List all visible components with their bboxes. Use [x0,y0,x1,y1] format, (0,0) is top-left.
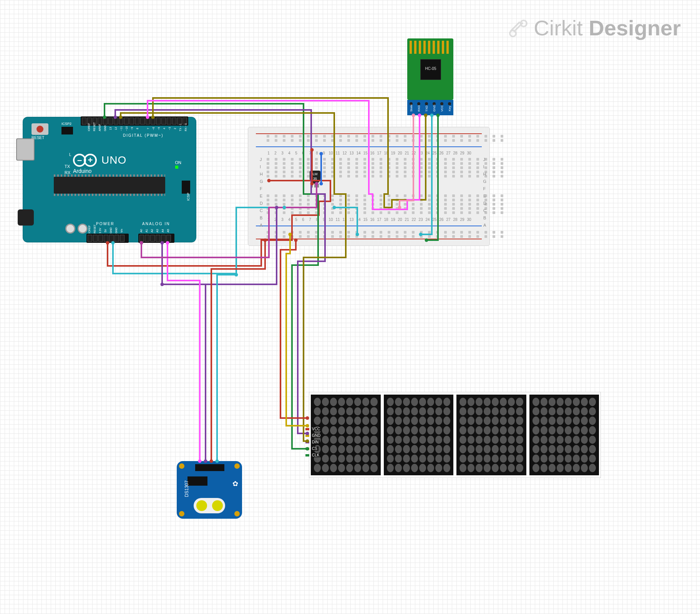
arduino-pin-~9[interactable] [129,118,134,124]
arduino-pin-RESET[interactable] [93,235,98,242]
breadboard-hole[interactable] [468,194,471,197]
breadboard-hole[interactable] [275,207,277,210]
breadboard-hole[interactable] [452,139,455,142]
breadboard-hole[interactable] [331,139,334,142]
breadboard-hole[interactable] [355,135,358,138]
breadboard-hole[interactable] [428,139,431,142]
breadboard-hole[interactable] [476,199,479,201]
breadboard-hole[interactable] [347,162,350,165]
arduino-pin-GND[interactable] [109,235,114,242]
breadboard-hole[interactable] [380,175,382,178]
breadboard-hole[interactable] [291,139,294,142]
breadboard-hole[interactable] [452,199,455,201]
breadboard-hole[interactable] [436,139,439,142]
breadboard-hole[interactable] [323,171,326,173]
breadboard-hole[interactable] [380,139,382,142]
arduino-pin-13[interactable] [108,118,113,124]
breadboard-hole[interactable] [372,139,374,142]
matrix-pin-cs[interactable]: CS [305,446,322,451]
breadboard-hole[interactable] [347,158,350,161]
breadboard-hole[interactable] [388,158,390,161]
breadboard-hole[interactable] [275,203,277,206]
breadboard-hole[interactable] [388,171,390,173]
breadboard-hole[interactable] [363,171,366,173]
breadboard-hole[interactable] [388,199,390,201]
breadboard-hole[interactable] [420,231,423,234]
breadboard-hole[interactable] [323,231,326,234]
breadboard-hole[interactable] [372,194,374,197]
breadboard-hole[interactable] [404,135,406,138]
breadboard-hole[interactable] [468,231,471,234]
breadboard-hole[interactable] [339,207,342,210]
breadboard-hole[interactable] [331,199,334,201]
breadboard-hole[interactable] [372,235,374,238]
breadboard-hole[interactable] [460,231,463,234]
breadboard-hole[interactable] [476,231,479,234]
breadboard-hole[interactable] [283,166,285,169]
breadboard-hole[interactable] [347,194,350,197]
breadboard-hole[interactable] [323,175,326,178]
breadboard-hole[interactable] [299,235,302,238]
arduino-power-header[interactable] [86,234,129,243]
breadboard-hole[interactable] [339,158,342,161]
breadboard-hole[interactable] [460,203,463,206]
breadboard-hole[interactable] [444,139,447,142]
breadboard-hole[interactable] [339,203,342,206]
breadboard-hole[interactable] [501,211,503,214]
breadboard-hole[interactable] [388,207,390,210]
breadboard-hole[interactable] [404,166,406,169]
breadboard-hole[interactable] [412,199,415,201]
breadboard-hole[interactable] [307,175,310,178]
breadboard-hole[interactable] [388,162,390,165]
breadboard-hole[interactable] [476,158,479,161]
breadboard-hole[interactable] [396,231,398,234]
breadboard-hole[interactable] [307,194,310,197]
breadboard-hole[interactable] [372,166,374,169]
breadboard-hole[interactable] [267,231,269,234]
breadboard-hole[interactable] [323,162,326,165]
breadboard-hole[interactable] [420,166,423,169]
breadboard-hole[interactable] [412,135,415,138]
breadboard-hole[interactable] [412,231,415,234]
breadboard-hole[interactable] [331,203,334,206]
breadboard-hole[interactable] [396,194,398,197]
breadboard-hole[interactable] [468,135,471,138]
breadboard-hole[interactable] [380,235,382,238]
breadboard-hole[interactable] [468,203,471,206]
breadboard-hole[interactable] [468,235,471,238]
breadboard-hole[interactable] [331,175,334,178]
breadboard-hole[interactable] [493,235,495,238]
breadboard-hole[interactable] [307,235,310,238]
breadboard-hole[interactable] [444,207,447,210]
breadboard-hole[interactable] [339,175,342,178]
breadboard-hole[interactable] [493,199,495,201]
breadboard-hole[interactable] [493,203,495,206]
breadboard-hole[interactable] [347,231,350,234]
breadboard-hole[interactable] [388,203,390,206]
breadboard-hole[interactable] [412,139,415,142]
breadboard-hole[interactable] [404,231,406,234]
breadboard-hole[interactable] [275,171,277,173]
breadboard-hole[interactable] [468,171,471,173]
arduino-pin-GND[interactable] [103,118,108,124]
breadboard-hole[interactable] [396,199,398,201]
breadboard-hole[interactable] [493,166,495,169]
breadboard-hole[interactable] [267,199,269,201]
breadboard-hole[interactable] [323,199,326,201]
matrix-pin-din[interactable]: DIN [305,440,322,444]
breadboard-hole[interactable] [299,203,302,206]
breadboard-hole[interactable] [283,199,285,201]
breadboard-hole[interactable] [404,175,406,178]
breadboard-hole[interactable] [299,139,302,142]
breadboard-hole[interactable] [468,211,471,214]
breadboard-hole[interactable] [267,235,269,238]
breadboard-hole[interactable] [452,203,455,206]
breadboard-hole[interactable] [291,162,294,165]
breadboard-hole[interactable] [363,139,366,142]
rtc-header[interactable] [195,464,224,471]
breadboard-hole[interactable] [315,207,318,210]
breadboard-hole[interactable] [436,175,439,178]
breadboard-hole[interactable] [493,135,495,138]
breadboard-hole[interactable] [372,162,374,165]
breadboard-hole[interactable] [428,194,431,197]
